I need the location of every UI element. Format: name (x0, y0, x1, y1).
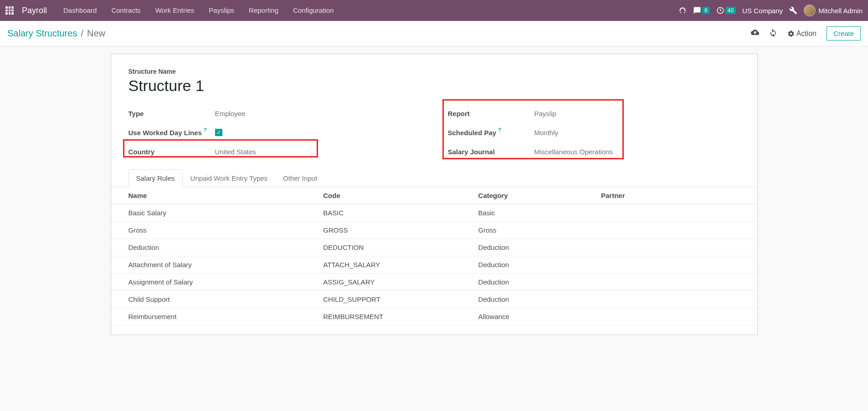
salary-rules-table: Name Code Category Partner Basic SalaryB… (111, 187, 757, 325)
table-row[interactable]: ReimbursementREIMBURSEMENTAllowance (111, 308, 757, 325)
cell-category: Deduction (473, 239, 596, 256)
field-type: Type Employee (128, 104, 421, 123)
user-menu[interactable]: Mitchell Admin (804, 5, 863, 16)
nav-contracts[interactable]: Contracts (105, 0, 147, 21)
table-row[interactable]: Attachment of SalaryATTACH_SALARYDeducti… (111, 256, 757, 274)
worked-checkbox[interactable]: ✓ (215, 129, 222, 136)
structure-name-label: Structure Name (128, 68, 740, 75)
tab-unpaid-work-entry-types[interactable]: Unpaid Work Entry Types (183, 169, 276, 187)
form-columns: Type Employee Use Worked Day Lines ? ✓ C… (128, 104, 740, 161)
country-value[interactable]: United States (215, 148, 256, 156)
nav-left: Payroll Dashboard Contracts Work Entries… (5, 0, 340, 21)
cell-code: ASSIG_SALARY (318, 274, 473, 291)
cell-partner (596, 222, 757, 239)
cell-category: Deduction (473, 256, 596, 274)
worked-label-text: Use Worked Day Lines (128, 129, 202, 137)
left-col: Type Employee Use Worked Day Lines ? ✓ C… (128, 104, 421, 161)
cell-name: Assignment of Salary (111, 274, 318, 291)
debug-icon[interactable] (789, 6, 797, 15)
nav-payslips[interactable]: Payslips (202, 0, 241, 21)
activities-icon[interactable]: 40 (716, 6, 736, 15)
cell-category: Deduction (473, 291, 596, 308)
nav-work-entries[interactable]: Work Entries (149, 0, 201, 21)
discard-icon[interactable] (769, 28, 777, 39)
breadcrumb-parent[interactable]: Salary Structures (7, 28, 77, 39)
cell-partner (596, 239, 757, 256)
cell-partner (596, 308, 757, 325)
sched-label: Scheduled Pay ? (448, 129, 534, 137)
tab-salary-rules[interactable]: Salary Rules (128, 169, 183, 187)
breadcrumb-current: New (87, 28, 105, 39)
action-label: Action (796, 30, 817, 38)
save-icon[interactable] (751, 28, 759, 39)
cell-name: Attachment of Salary (111, 256, 318, 274)
journal-label: Salary Journal (448, 148, 534, 156)
sched-label-text: Scheduled Pay (448, 129, 497, 137)
action-button[interactable]: Action (787, 30, 817, 38)
cell-code: ATTACH_SALARY (318, 256, 473, 274)
cell-category: Allowance (473, 308, 596, 325)
col-code[interactable]: Code (318, 187, 473, 204)
nav-configuration[interactable]: Configuration (287, 0, 340, 21)
cell-name: Child Support (111, 291, 318, 308)
cell-partner (596, 291, 757, 308)
cell-partner (596, 204, 757, 222)
control-right: Action Create (751, 26, 861, 41)
voip-icon[interactable] (678, 6, 687, 15)
table-header-row: Name Code Category Partner (111, 187, 757, 204)
table-row[interactable]: Basic SalaryBASICBasic (111, 204, 757, 222)
structure-name-value[interactable]: Structure 1 (128, 77, 740, 95)
field-worked-day-lines: Use Worked Day Lines ? ✓ (128, 123, 421, 142)
form-sheet: Structure Name Structure 1 Type Employee… (111, 54, 758, 335)
sched-value[interactable]: Monthly (534, 129, 559, 137)
messaging-badge: 8 (702, 7, 710, 14)
worked-label: Use Worked Day Lines ? (128, 129, 215, 137)
create-button[interactable]: Create (827, 26, 861, 41)
breadcrumb-sep: / (81, 28, 83, 39)
col-partner[interactable]: Partner (596, 187, 757, 204)
cell-category: Basic (473, 204, 596, 222)
journal-value[interactable]: Miscellaneous Operations (534, 148, 613, 156)
app-brand[interactable]: Payroll (22, 6, 47, 15)
field-report: Report Payslip (448, 104, 740, 123)
field-salary-journal: Salary Journal Miscellaneous Operations (448, 142, 740, 161)
nav-right: 8 40 US Company Mitchell Admin (678, 5, 863, 16)
cell-name: Gross (111, 222, 318, 239)
company-switcher[interactable]: US Company (742, 7, 783, 15)
type-value[interactable]: Employee (215, 110, 246, 117)
field-scheduled-pay: Scheduled Pay ? Monthly (448, 123, 740, 142)
cell-name: Basic Salary (111, 204, 318, 222)
country-label: Country (128, 148, 215, 156)
help-icon[interactable]: ? (204, 127, 207, 132)
cell-partner (596, 274, 757, 291)
table-row[interactable]: Child SupportCHILD_SUPPORTDeduction (111, 291, 757, 308)
apps-icon[interactable] (5, 6, 14, 15)
cell-code: CHILD_SUPPORT (318, 291, 473, 308)
username: Mitchell Admin (818, 7, 863, 15)
help-icon[interactable]: ? (498, 127, 501, 132)
tab-other-input[interactable]: Other Input (275, 169, 325, 187)
cell-category: Gross (473, 222, 596, 239)
main-scroll[interactable]: Structure Name Structure 1 Type Employee… (0, 46, 868, 411)
report-value[interactable]: Payslip (534, 110, 556, 117)
col-category[interactable]: Category (473, 187, 596, 204)
top-navbar: Payroll Dashboard Contracts Work Entries… (0, 0, 868, 21)
cell-name: Deduction (111, 239, 318, 256)
cell-code: REIMBURSEMENT (318, 308, 473, 325)
cell-code: GROSS (318, 222, 473, 239)
cell-code: DEDUCTION (318, 239, 473, 256)
report-label: Report (448, 110, 534, 117)
cell-partner (596, 256, 757, 274)
nav-dashboard[interactable]: Dashboard (57, 0, 103, 21)
messaging-icon[interactable]: 8 (693, 6, 710, 15)
tabs: Salary Rules Unpaid Work Entry Types Oth… (111, 169, 757, 187)
nav-reporting[interactable]: Reporting (242, 0, 285, 21)
cell-category: Deduction (473, 274, 596, 291)
right-col: Report Payslip Scheduled Pay ? Monthly S… (448, 104, 740, 161)
table-row[interactable]: DeductionDEDUCTIONDeduction (111, 239, 757, 256)
col-name[interactable]: Name (111, 187, 318, 204)
type-label: Type (128, 110, 215, 117)
field-country: Country United States (128, 142, 421, 161)
table-row[interactable]: GrossGROSSGross (111, 222, 757, 239)
table-row[interactable]: Assignment of SalaryASSIG_SALARYDeductio… (111, 274, 757, 291)
